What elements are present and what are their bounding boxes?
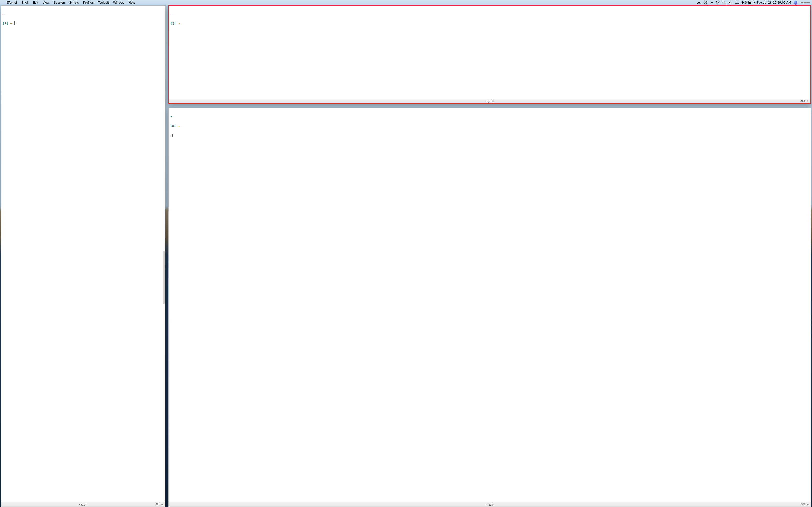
new-tab-button[interactable]: + [806,502,810,506]
menu-scripts[interactable]: Scripts [67,1,81,4]
tab-shortcut-label: ⌘1 [801,100,805,103]
cwd-indicator: ~ [170,12,172,16]
vi-mode-indicator: N [172,124,174,128]
prompt-arrow-icon: → [177,124,180,128]
macos-menubar: iTerm2 Shell Edit View Session Scripts P… [0,0,812,5]
new-tab-button[interactable]: + [806,99,809,103]
app-status-icon[interactable] [697,1,701,4]
svg-point-7 [717,3,718,4]
do-not-disturb-icon[interactable] [704,1,707,4]
wifi-icon[interactable] [716,1,720,4]
vi-mode-indicator: I [5,21,6,25]
terminal-content-right-top[interactable]: ~ [I] → [169,6,810,99]
sync-icon[interactable] [710,1,713,4]
battery-status[interactable]: 44% [742,1,754,4]
battery-percent-label: 44% [742,1,748,4]
svg-point-8 [723,1,725,3]
vi-mode-indicator: I [172,22,174,25]
menu-help[interactable]: Help [126,1,137,4]
terminal-pane-right-top-active[interactable]: ~ [I] → ~ (zsh) ⌘1 + [168,5,811,104]
tab-bar-right-top: ~ (zsh) ⌘1 + [169,99,810,103]
tab-shortcut-label: ⌘1 [801,503,805,506]
terminal-content-right-bottom[interactable]: ~ [N] → [169,108,811,502]
menubar-left: iTerm2 Shell Edit View Session Scripts P… [2,1,137,4]
menubar-right: 44% Tue Jul 28 10:49:02 AM [697,1,810,5]
prompt-arrow-icon: → [10,21,12,25]
menu-window[interactable]: Window [111,1,126,4]
tab-title[interactable]: ~ (zsh) [169,503,811,506]
tab-shortcut-label: ⌘1 [156,503,160,506]
tab-bar-left: ~ (zsh) ⌘1 + [1,502,165,507]
scrollbar[interactable] [163,251,165,304]
terminal-pane-right-bottom[interactable]: ~ [N] → ~ (zsh) ⌘1 + [168,108,811,507]
app-menu[interactable]: iTerm2 [5,1,19,4]
svg-point-2 [711,2,712,3]
menu-view[interactable]: View [40,1,51,4]
siri-icon[interactable] [794,1,798,5]
tab-title[interactable]: ~ (zsh) [1,503,165,506]
notification-center-icon[interactable] [800,2,810,3]
menu-profiles[interactable]: Profiles [81,1,96,4]
menu-session[interactable]: Session [51,1,67,4]
terminal-content-left[interactable]: ~ [I] → [1,6,165,502]
menu-edit[interactable]: Edit [31,1,40,4]
svg-line-9 [724,3,726,4]
airplay-icon[interactable] [735,1,739,4]
cwd-indicator: ~ [3,12,5,15]
text-cursor [170,133,172,137]
cwd-indicator: ~ [170,114,172,118]
prompt-arrow-icon: → [178,22,180,25]
tab-bar-right-bottom: ~ (zsh) ⌘1 + [169,502,811,507]
menu-shell[interactable]: Shell [19,1,31,4]
battery-icon [749,1,754,4]
new-tab-button[interactable]: + [160,502,164,506]
spotlight-icon[interactable] [722,1,726,4]
desktop-background: ~ [I] → ~ (zsh) ⌘1 + ~ [I] → ~ (zsh) ⌘1 … [0,5,812,507]
terminal-pane-left[interactable]: ~ [I] → ~ (zsh) ⌘1 + [1,5,165,507]
tab-title[interactable]: ~ (zsh) [169,100,810,103]
menubar-clock[interactable]: Tue Jul 28 10:49:02 AM [757,1,791,4]
volume-icon[interactable] [728,1,732,4]
text-cursor [14,21,16,25]
svg-line-1 [704,2,706,4]
menu-toolbelt[interactable]: Toolbelt [96,1,111,4]
